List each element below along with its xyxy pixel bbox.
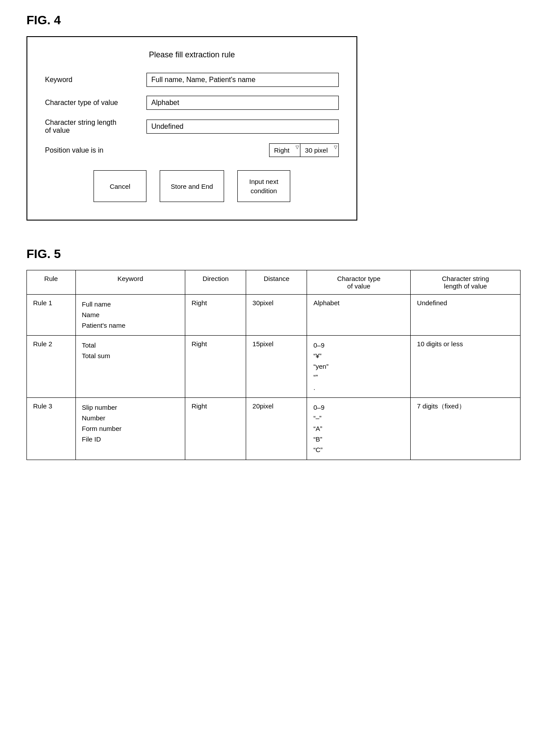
cell-strlen: 7 digits（fixed） <box>411 398 521 460</box>
chartype-label: Character type of value <box>45 99 146 107</box>
dialog-box: Please fill extraction rule Keyword Char… <box>26 36 357 221</box>
position-row: Position value is in Right ▽ 30 pixel ▽ <box>45 143 339 157</box>
cell-rule: Rule 2 <box>27 336 76 398</box>
direction-arrow-icon: ▽ <box>296 145 299 150</box>
cell-rule: Rule 3 <box>27 398 76 460</box>
table-container: Rule Keyword Direction Distance Characto… <box>26 270 521 460</box>
position-dropdowns: Right ▽ 30 pixel ▽ <box>269 143 339 157</box>
cell-chartype: Alphabet <box>307 295 411 336</box>
cell-keyword: Full nameNamePatient's name <box>75 295 185 336</box>
cell-chartype: 0–9“–”“A”“B”“C” <box>307 398 411 460</box>
cell-keyword: TotalTotal sum <box>75 336 185 398</box>
cell-direction: Right <box>185 295 246 336</box>
cell-direction: Right <box>185 398 246 460</box>
direction-dropdown[interactable]: Right ▽ <box>269 143 300 157</box>
header-keyword: Keyword <box>75 270 185 295</box>
table-row: Rule 2 TotalTotal sum Right 15pixel 0–9“… <box>27 336 521 398</box>
distance-value: 30 pixel <box>305 146 334 154</box>
header-strlen: Character stringlength of value <box>411 270 521 295</box>
store-end-button[interactable]: Store and End <box>160 170 224 202</box>
cell-distance: 30pixel <box>246 295 307 336</box>
cell-keyword: Slip numberNumberForm numberFile ID <box>75 398 185 460</box>
fig5-label: FIG. 5 <box>26 247 521 261</box>
chartype-input[interactable] <box>146 96 339 110</box>
header-distance: Distance <box>246 270 307 295</box>
strlen-label: Character string lengthof value <box>45 119 146 135</box>
distance-dropdown[interactable]: 30 pixel ▽ <box>300 143 339 157</box>
cell-distance: 20pixel <box>246 398 307 460</box>
cell-strlen: 10 digits or less <box>411 336 521 398</box>
cell-distance: 15pixel <box>246 336 307 398</box>
cell-strlen: Undefined <box>411 295 521 336</box>
chartype-row: Character type of value <box>45 96 339 110</box>
header-rule: Rule <box>27 270 76 295</box>
cell-direction: Right <box>185 336 246 398</box>
cancel-button[interactable]: Cancel <box>94 170 146 202</box>
keyword-row: Keyword <box>45 73 339 87</box>
keyword-input[interactable] <box>146 73 339 87</box>
header-direction: Direction <box>185 270 246 295</box>
dialog-title: Please fill extraction rule <box>45 50 339 60</box>
header-chartype: Charactor typeof value <box>307 270 411 295</box>
fig4-label: FIG. 4 <box>26 13 521 27</box>
position-label: Position value is in <box>45 146 146 154</box>
strlen-input[interactable] <box>146 120 339 134</box>
keyword-label: Keyword <box>45 76 146 84</box>
strlen-row: Character string lengthof value <box>45 119 339 135</box>
distance-arrow-icon: ▽ <box>334 145 337 150</box>
cell-chartype: 0–9“¥”“yen”“”. <box>307 336 411 398</box>
button-row: Cancel Store and End Input next conditio… <box>45 170 339 202</box>
table-row: Rule 3 Slip numberNumberForm numberFile … <box>27 398 521 460</box>
table-row: Rule 1 Full nameNamePatient's name Right… <box>27 295 521 336</box>
table-header-row: Rule Keyword Direction Distance Characto… <box>27 270 521 295</box>
cell-rule: Rule 1 <box>27 295 76 336</box>
fig4-section: FIG. 4 Please fill extraction rule Keywo… <box>26 13 521 221</box>
rules-table: Rule Keyword Direction Distance Characto… <box>26 270 521 460</box>
fig5-section: FIG. 5 Rule Keyword Direction Distance C… <box>26 247 521 460</box>
direction-value: Right <box>274 146 296 154</box>
input-next-button[interactable]: Input next condition <box>237 170 290 202</box>
